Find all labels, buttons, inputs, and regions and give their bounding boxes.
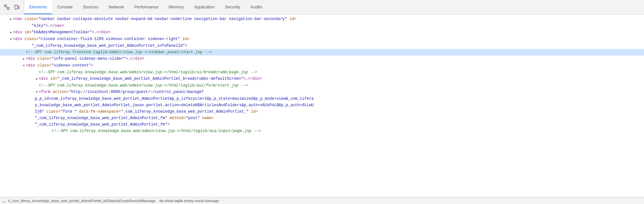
tag-text: >…</div> [243,76,262,82]
dom-line[interactable]: y_knowledge_base_web_portlet_AdminPortle… [0,102,644,108]
comment-text: <!--SPY com.liferay.knowledge.base.web/a… [39,83,248,88]
indent-spacer [3,69,35,75]
attr-name: id= [50,76,57,82]
tag-text: <div [13,29,22,35]
indent-spacer [3,56,22,62]
indent-spacer [3,49,22,55]
attr-name: class= [25,16,38,22]
attr-name: id= [183,36,190,42]
attr-value: "kbAdminManagementToolbar" [32,29,92,35]
comment-text: <!--SPY com.liferay.knowledge.base.web/a… [39,69,257,75]
tag-text: <form [39,89,50,95]
expand-triangle[interactable] [22,56,26,62]
tag-text: >…</nav> [45,23,64,29]
tag-text: > [185,43,187,49]
dom-line[interactable]: <div id= "_com_liferay_knowledge_base_we… [0,76,644,82]
breadcrumb-ellipsis[interactable]: ... [3,199,5,203]
status-selector-1[interactable]: #_com_liferay_knowledge_base_web_portlet… [8,199,156,203]
attr-name: class= [46,109,60,115]
device-toolbar-button[interactable] [13,3,21,11]
attr-value: y_knowledge_base_web_portlet_AdminPortle… [35,102,314,108]
indent-spacer [3,89,35,95]
tag-text: >…</div> [92,29,111,35]
dom-line[interactable]: <div class= "closed container-fluid-1280… [0,36,644,43]
attr-name: name= [202,115,214,121]
attr-value: "_com_liferay_knowledge_base_web_portlet… [35,122,167,128]
tab-console[interactable]: Console [52,0,78,14]
dom-line[interactable]: "_com_liferay_knowledge_base_web_portlet… [0,121,644,128]
attr-value: "form " [60,109,76,115]
dom-line[interactable]: <!--SPY com.liferay.knowledge.base.web/a… [0,128,644,134]
dom-line[interactable]: "_com_liferay_knowledge_base_web_portlet… [0,115,644,121]
dom-line[interactable]: Ij0" class= "form " data-fm-namespace= "… [0,108,644,115]
tab-sources[interactable]: Sources [78,0,104,14]
attr-name: method= [170,115,186,121]
expand-triangle[interactable] [9,16,13,22]
tab-application[interactable]: Application [189,0,220,14]
dom-line[interactable]: p_p_id=com_liferay_knowledge_base_web_po… [0,96,644,102]
svg-rect-3 [15,5,18,9]
attr-value: "post" [186,115,200,121]
attr-name: action= [53,89,69,95]
tab-network[interactable]: Network [104,0,129,14]
tag-text: <div [26,63,35,68]
select-element-button[interactable] [3,3,11,11]
attr-value: "_com_liferay_knowledge_base_web_portlet… [121,109,248,115]
svg-rect-4 [18,6,19,9]
indent-spacer [3,128,48,134]
attr-value: "closed container-fluid-1280 sidenav-con… [38,36,180,42]
indent-spacer [3,36,9,42]
attr-value: "info-panel sidenav-menu-slider" [51,56,126,62]
dom-line[interactable]: <form action= "http://localhost:8080/gro… [0,89,644,96]
attr-value: p_p_id=com_liferay_knowledge_base_web_po… [35,96,314,102]
tab-memory[interactable]: Memory [164,0,189,14]
expand-triangle[interactable] [9,36,13,42]
tab-elements[interactable]: Elements [24,0,52,14]
tag-text: > [91,63,93,68]
indent-spacer [3,83,35,88]
attr-name: class= [25,36,38,42]
dom-line[interactable]: <!--SPY com.liferay.knowledge.base.web/a… [0,82,644,89]
svg-line-2 [5,5,9,9]
dom-line[interactable]: "klky" >…</nav> [0,23,644,29]
indent-spacer [3,109,35,115]
expand-triangle[interactable] [35,89,39,95]
attr-value: "klky" [32,23,45,29]
indent-spacer [3,115,35,121]
expand-triangle[interactable] [35,76,39,82]
tag-text: <div [26,56,35,62]
attr-value: Ij0" [35,109,44,115]
dom-line[interactable]: <!--SPY com.liferay.knowledge.base.web/a… [0,69,644,76]
indent-spacer [3,122,35,128]
dom-line[interactable]: <div id= "kbAdminManagementToolbar" >…</… [0,29,644,36]
attr-name: id= [25,29,32,35]
dom-tree-panel: <nav class= "navbar navbar-collapse-abso… [0,15,644,189]
tab-bar: Elements Console Sources Network Perform… [0,0,644,15]
tag-text: <div [39,76,48,82]
attr-value: "http://localhost:8080/group/guest/~/con… [69,89,204,95]
dom-line[interactable]: <div class= "info-panel sidenav-menu-sli… [0,56,644,62]
indent-spacer [3,16,9,22]
attr-value: "_com_liferay_knowledge_base_web_portlet… [35,115,167,121]
attr-value: "navbar navbar-collapse-absolute navbar-… [38,16,287,22]
dom-line[interactable]: "_com_liferay_knowledge_base_web_portlet… [0,43,644,49]
indent-spacer [3,102,35,108]
expand-triangle[interactable] [9,30,13,36]
tag-text: <nav [13,16,22,22]
tab-audits[interactable]: Audits [245,0,267,14]
dom-line[interactable]: <div class= "sidenav-content" > [0,62,644,69]
tab-performance[interactable]: Performance [129,0,163,14]
dom-line[interactable]: <nav class= "navbar navbar-collapse-abso… [0,16,644,23]
tab-security[interactable]: Security [220,0,245,14]
attr-value: "_com_liferay_knowledge_base_web_portlet… [57,76,243,82]
attr-name: data-fm-namespace= [79,109,121,115]
attr-value: "_com_liferay_knowledge_base_web_portlet… [32,43,185,49]
comment-text: <!--SPY com.liferay.knowledge.base.web/a… [52,128,261,134]
indent-spacer [3,63,22,68]
indent-spacer [3,29,9,35]
indent-spacer [3,76,35,82]
indent-spacer [3,96,35,102]
status-selector-2[interactable]: div.sheet.taglib-empty-result-message [159,199,219,203]
dom-line-selected[interactable]: <!--SPY com.liferay.frontend.taglib/admi… [0,49,644,56]
expand-triangle[interactable] [22,63,26,69]
